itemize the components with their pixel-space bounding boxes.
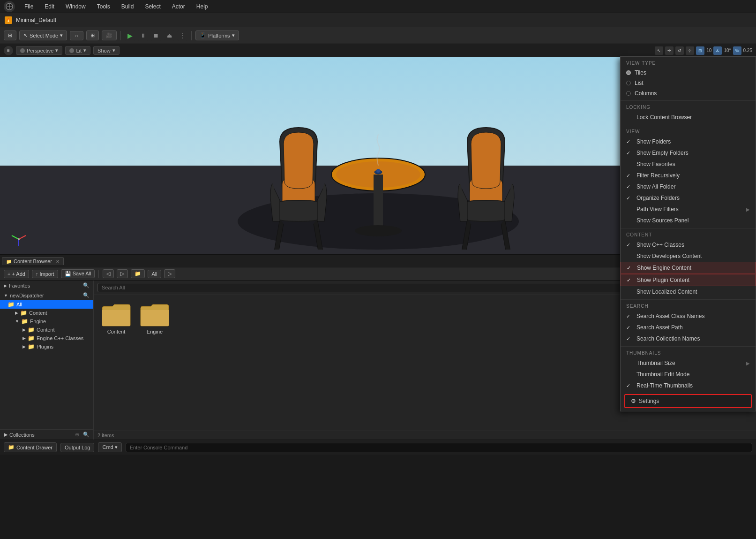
show-sources-panel-item[interactable]: Show Sources Panel <box>621 215 756 226</box>
thumbnail-edit-mode-item[interactable]: Thumbnail Edit Mode <box>621 369 756 380</box>
platforms-button[interactable]: 📱 Platforms ▾ <box>195 30 239 40</box>
menu-actor[interactable]: Actor <box>170 2 187 11</box>
menu-build[interactable]: Build <box>120 2 136 11</box>
engine-content-tree-item[interactable]: ▶ 📁 Content <box>0 326 93 334</box>
svg-point-10 <box>18 238 20 240</box>
add-button[interactable]: + + Add <box>4 270 29 278</box>
settings-button[interactable]: ⚙ Settings <box>624 394 752 408</box>
add-icon: + <box>7 271 10 277</box>
content-drawer-button[interactable]: 📁 Content Drawer <box>4 442 57 452</box>
path-view-filters-item[interactable]: Path View Filters ▶ <box>621 204 756 215</box>
favorites-search-icon[interactable]: 🔍 <box>83 282 90 288</box>
viewport-menu-button[interactable]: ≡ <box>4 46 13 55</box>
cb-toolbar-sep <box>98 270 99 278</box>
real-time-thumbnails-item[interactable]: ✓ Real-Time Thumbnails <box>621 380 756 391</box>
content-tree-item[interactable]: ▶ 📁 Content <box>0 309 93 317</box>
console-input[interactable] <box>126 443 752 452</box>
lock-content-browser-item[interactable]: Lock Content Browser <box>621 112 756 123</box>
show-cpp-classes-item[interactable]: ✓ Show C++ Classes <box>621 239 756 251</box>
path-all-button[interactable]: All <box>148 270 161 278</box>
search-asset-path-item[interactable]: ✓ Search Asset Path <box>621 322 756 333</box>
search-asset-class-names-item[interactable]: ✓ Search Asset Class Names <box>621 311 756 322</box>
lit-button[interactable]: Lit ▾ <box>65 46 90 55</box>
new-dispatcher-section[interactable]: ▼ newDispatcher 🔍 <box>0 290 93 300</box>
main-toolbar: ⊞ ↖ Select Mode ▾ ↔ ⊞ 🎥 ▶ ⏸ ⏹ ⏏ ⋮ 📱 Plat… <box>0 27 756 44</box>
angle-snap-button[interactable]: ∡ <box>713 46 722 55</box>
grid-button[interactable]: ⊞ <box>86 30 99 40</box>
plugins-tree-item[interactable]: ▶ 📁 Plugins <box>0 342 93 351</box>
divider-3 <box>621 228 756 228</box>
import-button[interactable]: ↑ Import <box>32 270 58 278</box>
play-button[interactable]: ▶ <box>125 30 135 41</box>
menu-file[interactable]: File <box>22 2 35 11</box>
search-collection-names-item[interactable]: ✓ Search Collection Names <box>621 333 756 344</box>
organize-folders-item[interactable]: ✓ Organize Folders <box>621 192 756 204</box>
translate-tool-icon[interactable]: ✛ <box>665 46 674 55</box>
filter-recursively-item[interactable]: ✓ Filter Recursively <box>621 170 756 181</box>
menu-edit[interactable]: Edit <box>43 2 56 11</box>
app-logo[interactable] <box>4 1 15 12</box>
engine-folder-icon: 📁 <box>21 318 28 325</box>
menu-tools[interactable]: Tools <box>95 2 112 11</box>
scale-tool-icon[interactable]: ⊹ <box>686 46 694 55</box>
menu-window[interactable]: Window <box>64 2 88 11</box>
toolbar-sep-1 <box>120 31 121 40</box>
save-all-button[interactable]: 💾 Save All <box>61 269 95 278</box>
pause-button[interactable]: ⏸ <box>138 30 148 41</box>
show-engine-content-item[interactable]: ✓ Show Engine Content <box>621 262 756 274</box>
camera-button[interactable]: 🎥 <box>102 30 117 40</box>
search-header: SEARCH <box>621 302 756 311</box>
path-up-button[interactable]: 📁 <box>131 269 145 278</box>
select-mode-button[interactable]: ↖ Select Mode ▾ <box>19 30 67 40</box>
engine-folder-tile[interactable]: Engine <box>138 301 172 336</box>
view-type-columns[interactable]: Columns <box>621 88 756 99</box>
show-all-folder-item[interactable]: ✓ Show All Folder <box>621 181 756 192</box>
view-type-list[interactable]: List <box>621 78 756 88</box>
view-header: VIEW <box>621 127 756 136</box>
layout-button[interactable]: ⊞ <box>4 30 16 40</box>
view-type-tiles[interactable]: Tiles <box>621 68 756 78</box>
show-developers-content-item[interactable]: Show Developers Content <box>621 251 756 262</box>
rotate-tool-icon[interactable]: ↺ <box>675 46 684 55</box>
thumbnail-size-item[interactable]: Thumbnail Size ▶ <box>621 357 756 369</box>
menu-select[interactable]: Select <box>143 2 162 11</box>
path-forward-button[interactable]: ▷ <box>117 269 128 278</box>
show-button[interactable]: Show ▾ <box>93 46 120 55</box>
tiles-label: Tiles <box>635 69 646 76</box>
eject-button[interactable]: ⏏ <box>164 30 174 41</box>
more-play-button[interactable]: ⋮ <box>177 30 187 41</box>
stop-button[interactable]: ⏹ <box>151 30 161 41</box>
content-folder-tile[interactable]: Content <box>99 301 133 336</box>
engine-tree-item[interactable]: ▼ 📁 Engine <box>0 317 93 326</box>
grid-snap-button[interactable]: ⊞ <box>696 46 704 55</box>
favorites-section[interactable]: ▶ Favorites 🔍 <box>0 281 93 290</box>
content-folder-icon: 📁 <box>20 310 27 316</box>
transform-button[interactable]: ↔ <box>70 31 83 40</box>
perspective-button[interactable]: Perspective ▾ <box>16 46 62 55</box>
dispatcher-search-icon[interactable]: 🔍 <box>83 292 90 298</box>
path-more-button[interactable]: ▷ <box>164 269 175 278</box>
all-tree-item[interactable]: 📁 All <box>0 300 93 309</box>
content-browser-tab-close[interactable]: ✕ <box>56 259 60 264</box>
show-empty-folders-item[interactable]: ✓ Show Empty Folders <box>621 147 756 159</box>
collections-add-icon[interactable]: ⊕ <box>75 432 79 438</box>
menu-help[interactable]: Help <box>195 2 210 11</box>
select-tool-icon[interactable]: ↖ <box>655 46 663 55</box>
locking-header: LOCKING <box>621 103 756 112</box>
all-folder-icon: 📁 <box>7 301 15 308</box>
dispatcher-arrow: ▼ <box>4 293 8 298</box>
content-browser-tab[interactable]: 📁 Content Browser ✕ <box>2 257 64 265</box>
show-plugin-content-item[interactable]: ✓ Show Plugin Content <box>621 274 756 286</box>
thumbnails-header: THUMBNAILS <box>621 349 756 357</box>
show-folders-item[interactable]: ✓ Show Folders <box>621 136 756 147</box>
collections-section[interactable]: ▶ Collections ⊕ 🔍 <box>0 429 93 440</box>
show-favorites-item[interactable]: Show Favorites <box>621 159 756 170</box>
cmd-dropdown[interactable]: Cmd ▾ <box>98 442 121 452</box>
show-localized-content-item[interactable]: Show Localized Content <box>621 286 756 297</box>
output-log-button[interactable]: Output Log <box>60 443 94 452</box>
scale-snap-button[interactable]: % <box>733 46 741 55</box>
engine-cpp-tree-item[interactable]: ▶ 📁 Engine C++ Classes <box>0 334 93 342</box>
collections-search-icon[interactable]: 🔍 <box>83 432 90 438</box>
engine-cpp-folder-icon: 📁 <box>28 335 35 342</box>
path-back-button[interactable]: ◁ <box>103 269 114 278</box>
